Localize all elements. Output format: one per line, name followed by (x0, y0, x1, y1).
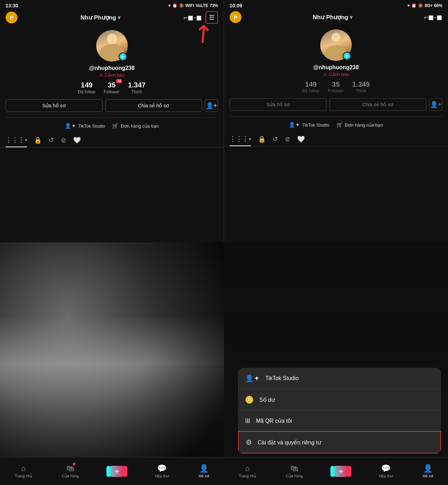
nav-shop[interactable]: 🛍 Cửa hàng (62, 464, 79, 478)
left-tab-bar: ⋮⋮⋮ ▾ 🔒 ↺ ⊘ 🤍 (0, 133, 224, 148)
right-shop-icon: 🛍 (290, 464, 298, 473)
left-tiktok-studio-link[interactable]: 👤✦ TikTok Studio (65, 123, 105, 129)
right-cart-icon: 🛒 (336, 122, 343, 128)
right-edit-profile-button[interactable]: Sửa hồ sơ (230, 98, 327, 111)
right-nav-shop[interactable]: 🛍 Cửa hàng (286, 464, 303, 478)
glasses-icon[interactable]: ⌐◼-◼ (184, 13, 202, 22)
right-create-button[interactable]: + (332, 466, 349, 477)
right-tab-videos[interactable]: ⋮⋮⋮ ▾ (230, 135, 251, 146)
left-video-area: ⌂ Trang chủ 🛍 Cửa hàng + 💬 Hộp thư (0, 242, 224, 485)
left-follower-badge: +4 (116, 79, 122, 83)
right-tiktok-studio-link[interactable]: 👤✦ TikTok Studio (289, 122, 329, 128)
menu-item-balance[interactable]: 🪙 Số dư (238, 389, 441, 411)
nav-shop-label: Cửa hàng (62, 474, 79, 478)
left-phone-panel: 13:30 ♥ ⏰ 🔕 WiFi VoLTE 73% P Như Phượng … (0, 0, 224, 242)
right-tab-tagged[interactable]: ⊘ (285, 135, 290, 146)
tab-tagged[interactable]: ⊘ (61, 136, 66, 147)
left-warning-row: ⚠ Cảnh báo (99, 72, 125, 78)
repost-icon: ↺ (49, 136, 54, 144)
menu-item-qr[interactable]: ⊞ Mã QR của tôi (238, 411, 441, 431)
right-nav-icons: ⌐◼-◼ (424, 13, 442, 21)
heart-icon: ♥ (168, 3, 170, 8)
create-button[interactable]: + (108, 466, 125, 477)
right-share-profile-button[interactable]: Chia sẻ hồ sơ (329, 98, 426, 111)
menu-qr-icon: ⊞ (245, 417, 250, 425)
menu-button[interactable]: ☰ (205, 11, 218, 24)
right-avatar-plus-button[interactable]: + (343, 52, 351, 60)
left-edit-profile-button[interactable]: Sửa hồ sơ (6, 99, 103, 112)
tab-repost[interactable]: ↺ (49, 136, 54, 147)
left-avatar-container: + (96, 30, 128, 62)
right-tiktok-studio-icon: 👤✦ (289, 122, 300, 128)
left-add-friend-button[interactable]: 👤+ (205, 99, 218, 112)
nav-profile[interactable]: 👤 Hồ sơ (198, 464, 209, 478)
right-alarm-icon: ⏰ (411, 3, 416, 8)
right-follower-label: Follower (328, 88, 344, 93)
right-tab-private[interactable]: 🔒 (258, 135, 266, 146)
right-action-buttons: Sửa hồ sơ Chia sẻ hồ sơ 👤+ (230, 98, 442, 111)
shop-badge (73, 463, 76, 465)
left-orders-label: Đơn hàng của bạn (121, 123, 159, 129)
right-videos-icon: ⋮⋮⋮ (230, 135, 248, 143)
tab-liked[interactable]: 🤍 (73, 136, 81, 147)
right-follower-number: 35 +4 (332, 80, 340, 88)
right-glasses-icon[interactable]: ⌐◼-◼ (424, 13, 442, 21)
nav-create[interactable]: + (108, 466, 125, 477)
left-status-bar: 13:30 ♥ ⏰ 🔕 WiFi VoLTE 73% (0, 0, 224, 10)
plus-icon: + (114, 466, 119, 476)
right-nav-profile[interactable]: 👤 Hồ sơ (422, 464, 433, 478)
menu-item-tiktok-studio[interactable]: 👤✦ TikTok Studio (238, 368, 441, 389)
bottom-section: ⌂ Trang chủ 🛍 Cửa hàng + 💬 Hộp thư (0, 242, 448, 485)
right-follow-label: Đã follow (302, 88, 320, 93)
nav-inbox[interactable]: 💬 Hộp thư (155, 464, 169, 478)
left-tiktok-studio-label: TikTok Studio (78, 123, 105, 129)
add-person-icon: 👤+ (206, 102, 217, 109)
right-menu-area: 👤✦ TikTok Studio 🪙 Số dư ⊞ Mã QR của tôi… (224, 242, 448, 485)
left-status-icons: ♥ ⏰ 🔕 WiFi VoLTE 73% (168, 3, 218, 8)
left-follow-label: Đã follow (78, 90, 95, 94)
left-nav-icons: ⌐◼-◼ ☰ (184, 11, 218, 24)
right-orders-link[interactable]: 🛒 Đơn hàng của bạn (336, 122, 383, 128)
left-orders-link[interactable]: 🛒 Đơn hàng của bạn (112, 123, 159, 129)
nav-home[interactable]: ⌂ Trang chủ (15, 464, 32, 478)
lock-icon: 🔒 (34, 136, 42, 144)
right-orders-label: Đơn hàng của bạn (345, 122, 383, 128)
left-quick-links: 👤✦ TikTok Studio 🛒 Đơn hàng của bạn (65, 120, 159, 132)
right-status-icons: ♥ ⏰ 🔕 4G+ 66% (407, 3, 442, 8)
right-stats-row: 149 Đã follow 35 +4 Follower 1.349 Thích (230, 80, 442, 93)
blur-overlay (0, 242, 224, 485)
right-nav-profile-label: Hồ sơ (422, 474, 433, 478)
bottom-nav-bar: ⌂ Trang chủ 🛍 Cửa hàng + 💬 Hộp thư (0, 457, 224, 485)
right-profile-section: + @nhuphuong238 ⚠ Cảnh báo 149 Đã follow… (224, 26, 448, 131)
left-avatar-initial[interactable]: P (6, 12, 18, 23)
left-avatar-plus-button[interactable]: + (119, 52, 127, 61)
menu-item-settings[interactable]: ⚙ Cài đặt và quyền riêng tư (238, 431, 441, 454)
right-nav-inbox[interactable]: 💬 Hộp thư (379, 464, 393, 478)
wifi-icon: WiFi (186, 3, 194, 8)
right-stat-follower: 35 +4 Follower (328, 80, 344, 93)
right-heart-outline-icon: 🤍 (297, 135, 305, 143)
left-share-profile-button[interactable]: Chia sẻ hồ sơ (105, 99, 202, 112)
right-nav-inbox-label: Hộp thư (379, 474, 393, 478)
right-tab-liked[interactable]: 🤍 (297, 135, 305, 146)
tab-videos[interactable]: ⋮⋮⋮ ▾ (6, 136, 27, 147)
right-lte-icon: 4G+ (425, 3, 433, 8)
left-username-row[interactable]: Như Phượng ∨ (80, 14, 121, 21)
right-nav-create[interactable]: + (332, 466, 349, 477)
left-stat-likes: 1.347 Thích (128, 81, 146, 94)
right-nav-home[interactable]: ⌂ Trang chủ (239, 464, 256, 478)
left-stats-row: 149 Đã follow 35 +4 Follower 1.347 Thích (6, 81, 218, 94)
right-tiktok-studio-label: TikTok Studio (302, 122, 329, 128)
right-tab-repost[interactable]: ↺ (273, 135, 278, 146)
menu-tiktok-studio-label: TikTok Studio (265, 375, 299, 381)
right-username: Như Phượng (313, 14, 348, 21)
right-quick-links: 👤✦ TikTok Studio 🛒 Đơn hàng của bạn (289, 119, 383, 131)
warning-icon: ⚠ (99, 72, 103, 78)
menu-qr-label: Mã QR của tôi (256, 418, 292, 424)
right-tab-bar: ⋮⋮⋮ ▾ 🔒 ↺ ⊘ 🤍 (224, 132, 448, 147)
right-add-friend-button[interactable]: 👤+ (429, 98, 442, 111)
right-avatar-initial[interactable]: P (230, 11, 241, 23)
right-username-row[interactable]: Như Phượng ∨ (313, 14, 353, 21)
tab-private[interactable]: 🔒 (34, 136, 42, 147)
mute-icon: 🔕 (179, 3, 184, 8)
